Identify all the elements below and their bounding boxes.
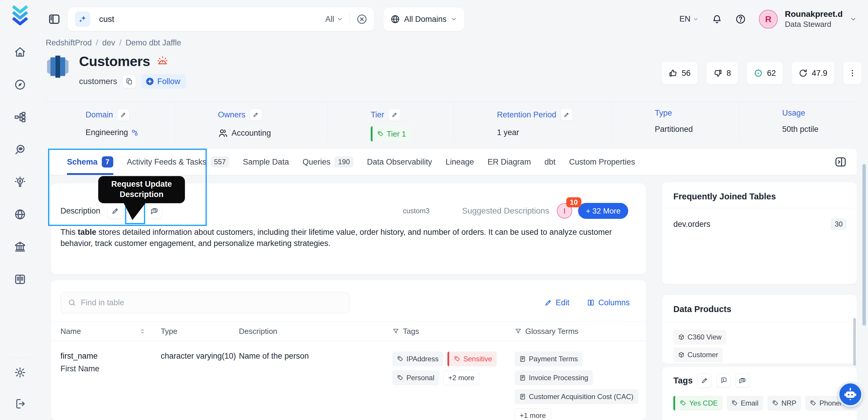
sidebar-toggle-icon[interactable] bbox=[48, 13, 60, 25]
glossary-term-chip[interactable]: Payment Terms bbox=[515, 352, 583, 366]
tab-queries[interactable]: Queries 190 bbox=[303, 149, 353, 175]
freshness-button[interactable]: 47.9 bbox=[792, 62, 834, 84]
search-clear-icon[interactable] bbox=[356, 13, 368, 25]
chat-assistant-button[interactable] bbox=[838, 382, 863, 407]
retention-label[interactable]: Retention Period bbox=[497, 110, 556, 119]
logout-icon[interactable] bbox=[14, 398, 26, 410]
domain-link-icon bbox=[131, 129, 138, 136]
filter-funnel-icon[interactable] bbox=[392, 328, 399, 335]
notifications-bell-icon[interactable] bbox=[712, 14, 722, 25]
home-icon[interactable] bbox=[14, 46, 26, 58]
breadcrumb-connection[interactable]: RedshiftProd bbox=[46, 38, 92, 48]
tab-activity-feeds[interactable]: Activity Feeds & Tasks 557 bbox=[127, 149, 229, 175]
filter-funnel-icon[interactable] bbox=[515, 328, 522, 335]
observability-icon[interactable] bbox=[14, 143, 26, 156]
downvotes-button[interactable]: 8 bbox=[706, 62, 738, 84]
edit-retention-pencil-icon[interactable] bbox=[560, 109, 573, 121]
score-button[interactable]: 62 bbox=[747, 62, 783, 84]
edit-tags-pencil-icon[interactable] bbox=[698, 373, 712, 388]
governance-bank-icon[interactable] bbox=[14, 241, 26, 253]
global-search-input[interactable] bbox=[99, 14, 325, 24]
search-scope-dropdown[interactable]: All bbox=[325, 15, 343, 24]
user-menu[interactable]: R Rounakpreet.d Data Steward bbox=[759, 9, 857, 29]
joined-table-row[interactable]: dev.orders 30 bbox=[662, 208, 857, 230]
tab-lineage[interactable]: Lineage bbox=[446, 149, 474, 175]
asset-stats: 56 8 62 47.9 bbox=[661, 62, 862, 84]
breadcrumb-schema[interactable]: dev bbox=[102, 38, 115, 48]
header-type[interactable]: Type bbox=[161, 327, 239, 336]
suggestion-avatar-initial: I bbox=[564, 206, 566, 216]
settings-gear-icon[interactable] bbox=[14, 366, 26, 379]
glossary-term-chip[interactable]: Customer Acquisition Cost (CAC) bbox=[515, 389, 638, 404]
tag-chip-sensitive[interactable]: Sensitive bbox=[447, 352, 497, 366]
upvotes-button[interactable]: 56 bbox=[661, 62, 698, 84]
tags-comments-icon[interactable] bbox=[735, 373, 749, 388]
column-name[interactable]: first_name bbox=[60, 352, 161, 361]
edit-owners-pencil-icon[interactable] bbox=[250, 109, 262, 121]
rail-scrollbar[interactable] bbox=[853, 318, 856, 366]
sidebar-divider bbox=[9, 357, 30, 358]
edit-description-pencil-icon[interactable] bbox=[107, 203, 123, 219]
edit-tier-pencil-icon[interactable] bbox=[389, 109, 401, 121]
tab-data-observability[interactable]: Data Observability bbox=[367, 149, 432, 175]
tag-chip[interactable]: Email bbox=[727, 396, 763, 411]
language-dropdown[interactable]: EN bbox=[679, 14, 699, 24]
follow-button[interactable]: Follow bbox=[141, 74, 186, 89]
domain-label[interactable]: Domain bbox=[86, 110, 113, 119]
owners-label[interactable]: Owners bbox=[218, 110, 245, 119]
all-domains-dropdown[interactable]: All Domains bbox=[383, 7, 465, 31]
collapse-panel-icon[interactable] bbox=[834, 156, 847, 168]
help-icon[interactable] bbox=[735, 14, 746, 25]
header-glossary-terms[interactable]: Glossary Terms bbox=[515, 327, 637, 336]
data-product-chip[interactable]: Customer bbox=[673, 348, 723, 362]
more-actions-button[interactable] bbox=[843, 62, 862, 84]
domain-value[interactable]: Engineering bbox=[86, 128, 128, 137]
breadcrumb-database[interactable]: Demo dbt Jaffle bbox=[126, 38, 181, 48]
tab-er-diagram[interactable]: ER Diagram bbox=[488, 149, 531, 175]
header-tags[interactable]: Tags bbox=[392, 327, 515, 336]
term-icon bbox=[519, 393, 526, 400]
tab-sample-data[interactable]: Sample Data bbox=[243, 149, 289, 175]
web-globe-icon[interactable] bbox=[14, 208, 26, 220]
tier-chip[interactable]: Tier 1 bbox=[371, 126, 411, 142]
sort-icon[interactable] bbox=[139, 328, 146, 335]
workflow-icon[interactable] bbox=[14, 111, 26, 123]
owners-value[interactable]: Accounting bbox=[231, 129, 271, 138]
tag-chip[interactable]: IPAddress bbox=[392, 352, 443, 366]
tag-label: Sensitive bbox=[463, 355, 492, 363]
glossary-term-chip[interactable]: Invoice Processing bbox=[515, 370, 593, 385]
tab-dbt[interactable]: dbt bbox=[545, 149, 556, 175]
request-tags-icon[interactable] bbox=[716, 373, 731, 388]
data-product-chip[interactable]: C360 View bbox=[673, 330, 726, 344]
global-search-bar[interactable]: All bbox=[67, 7, 374, 31]
window-scrollbar[interactable] bbox=[862, 164, 866, 326]
atlan-logo-icon[interactable] bbox=[11, 5, 29, 27]
tag-chip[interactable]: NRP bbox=[768, 396, 801, 411]
tab-custom-properties[interactable]: Custom Properties bbox=[569, 149, 635, 175]
tags-more-chip[interactable]: +2 more bbox=[443, 370, 479, 385]
description-source-label: custom3 bbox=[403, 207, 430, 215]
suggestions-more-button[interactable]: + 32 More bbox=[578, 203, 628, 219]
request-update-description-icon[interactable] bbox=[127, 203, 143, 219]
usage-label[interactable]: Usage bbox=[782, 109, 805, 118]
edit-columns-button[interactable]: Edit bbox=[545, 298, 569, 307]
tab-schema[interactable]: Schema 7 bbox=[67, 149, 113, 175]
tag-label: Yes CDE bbox=[689, 399, 718, 407]
glossary-book-icon[interactable] bbox=[14, 273, 26, 286]
columns-button[interactable]: Columns bbox=[587, 298, 630, 307]
description-comments-icon[interactable] bbox=[146, 203, 162, 219]
tag-chip-yes-cde[interactable]: Yes CDE bbox=[673, 396, 722, 411]
type-label[interactable]: Type bbox=[655, 109, 672, 118]
tag-chip[interactable]: Personal bbox=[392, 370, 439, 385]
copy-icon[interactable] bbox=[122, 74, 136, 88]
tier-label[interactable]: Tier bbox=[371, 110, 384, 119]
discover-compass-icon[interactable] bbox=[14, 79, 26, 91]
glossary-more-chip[interactable]: +1 more bbox=[515, 408, 551, 420]
find-in-table-input[interactable] bbox=[81, 298, 342, 307]
table-row[interactable]: first_name First Name character varying(… bbox=[51, 341, 646, 420]
insights-bulb-icon[interactable] bbox=[14, 176, 26, 188]
edit-domain-pencil-icon[interactable] bbox=[117, 109, 129, 121]
header-name[interactable]: Name bbox=[60, 327, 161, 336]
header-description[interactable]: Description bbox=[239, 327, 392, 336]
cell-column-description: Name of the person bbox=[239, 352, 392, 361]
